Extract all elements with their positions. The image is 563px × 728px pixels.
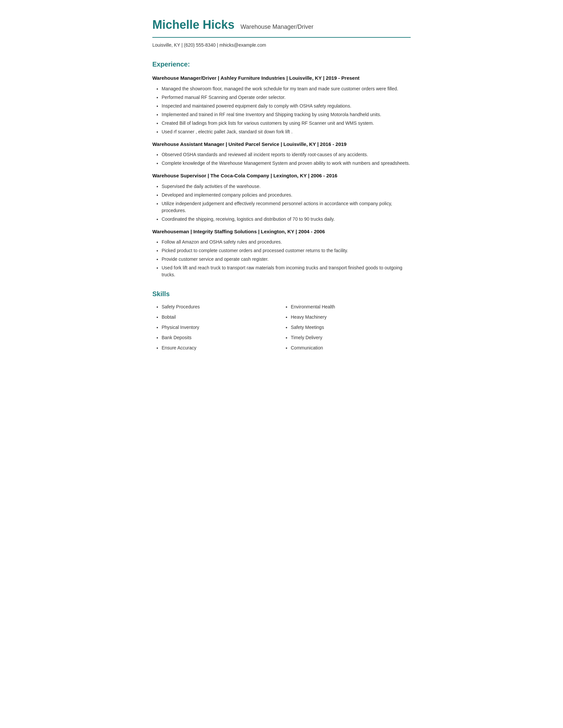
list-item: Inspected and maintained powered equipme… — [162, 103, 411, 110]
skills-column-right: Environmental Health Heavy Machinery Saf… — [282, 303, 411, 355]
list-item: Picked product to complete customer orde… — [162, 247, 411, 254]
contact-phone: (620) 555-8340 — [184, 42, 215, 48]
list-item: Timely Delivery — [291, 334, 411, 341]
list-item: Supervised the daily activities of the w… — [162, 183, 411, 190]
list-item: Managed the showroom floor, managed the … — [162, 85, 411, 92]
list-item: Bobtail — [162, 314, 282, 321]
job-3: Warehouse Supervisor | The Coca-Cola Com… — [152, 172, 411, 223]
name-title-row: Michelle Hicks Warehouse Manager/Driver — [152, 16, 411, 34]
resume-container: Michelle Hicks Warehouse Manager/Driver … — [132, 0, 431, 371]
list-item: Created Bill of ladings from pick lists … — [162, 120, 411, 127]
job-1-header: Warehouse Manager/Driver | Ashley Furnit… — [152, 74, 411, 82]
list-item: Performed manual RF Scanning and Operate… — [162, 94, 411, 101]
list-item: Communication — [291, 344, 411, 351]
list-item: Coordinated the shipping, receiving, log… — [162, 216, 411, 223]
header-section: Michelle Hicks Warehouse Manager/Driver … — [152, 16, 411, 49]
job-3-header: Warehouse Supervisor | The Coca-Cola Com… — [152, 172, 411, 180]
list-item: Observed OSHA standards and reviewed all… — [162, 151, 411, 158]
job-4: Warehouseman | Integrity Staffing Soluti… — [152, 228, 411, 279]
header-divider — [152, 37, 411, 38]
list-item: Safety Procedures — [162, 303, 282, 310]
job-2-bullets: Observed OSHA standards and reviewed all… — [152, 151, 411, 167]
list-item: Implemented and trained in RF real time … — [162, 111, 411, 118]
skills-grid: Safety Procedures Bobtail Physical Inven… — [152, 303, 411, 355]
experience-section: Experience: Warehouse Manager/Driver | A… — [152, 59, 411, 278]
list-item: Environmental Health — [291, 303, 411, 310]
job-2-header: Warehouse Assistant Manager | United Par… — [152, 141, 411, 148]
skills-list-left: Safety Procedures Bobtail Physical Inven… — [152, 303, 282, 351]
contact-email: mhicks@example.com — [219, 42, 266, 48]
job-4-header: Warehouseman | Integrity Staffing Soluti… — [152, 228, 411, 236]
experience-section-title: Experience: — [152, 59, 411, 69]
skills-section-title: Skills — [152, 289, 411, 299]
list-item: Safety Meetings — [291, 324, 411, 331]
list-item: Physical Inventory — [162, 324, 282, 331]
contact-location: Louisville, KY — [152, 42, 180, 48]
job-2: Warehouse Assistant Manager | United Par… — [152, 141, 411, 167]
list-item: Provide customer service and operate cas… — [162, 256, 411, 263]
skills-section: Skills Safety Procedures Bobtail Physica… — [152, 289, 411, 355]
list-item: Complete knowledge of the Warehouse Mana… — [162, 160, 411, 167]
skills-list-right: Environmental Health Heavy Machinery Saf… — [282, 303, 411, 351]
job-1: Warehouse Manager/Driver | Ashley Furnit… — [152, 74, 411, 135]
list-item: Used fork lift and reach truck to transp… — [162, 264, 411, 278]
job-3-bullets: Supervised the daily activities of the w… — [152, 183, 411, 223]
contact-info: Louisville, KY | (620) 555-8340 | mhicks… — [152, 42, 411, 49]
list-item: Heavy Machinery — [291, 314, 411, 321]
candidate-name: Michelle Hicks — [152, 16, 234, 34]
list-item: Used rf scanner , electric pallet Jack, … — [162, 128, 411, 135]
skills-column-left: Safety Procedures Bobtail Physical Inven… — [152, 303, 282, 355]
list-item: Developed and implemented company polici… — [162, 192, 411, 199]
list-item: Ensure Accuracy — [162, 344, 282, 351]
job-1-bullets: Managed the showroom floor, managed the … — [152, 85, 411, 135]
job-4-bullets: Follow all Amazon and OSHA safety rules … — [152, 239, 411, 278]
list-item: Utilize independent judgement and effect… — [162, 200, 411, 214]
list-item: Bank Deposits — [162, 334, 282, 341]
candidate-title: Warehouse Manager/Driver — [240, 23, 313, 31]
list-item: Follow all Amazon and OSHA safety rules … — [162, 239, 411, 246]
